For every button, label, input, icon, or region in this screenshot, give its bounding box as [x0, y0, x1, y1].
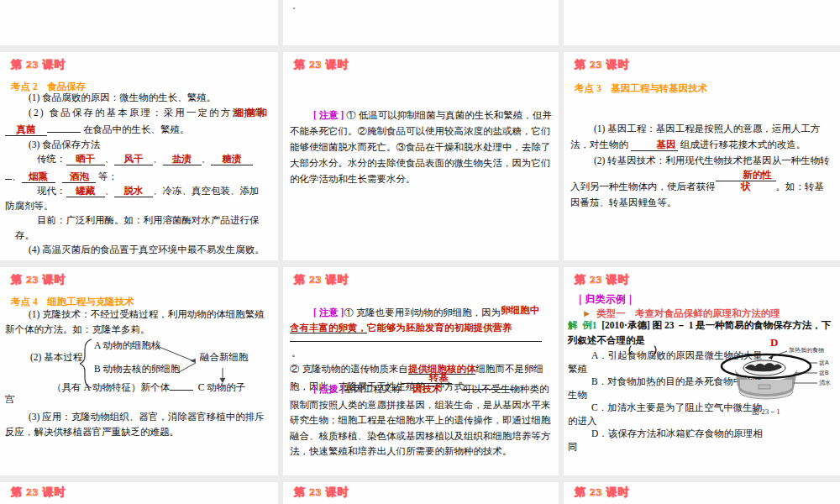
slide-bottom-right[interactable]: 第 23 课时 — [564, 482, 840, 504]
fill-in-answer: 烟熏 — [22, 171, 55, 183]
slide-example-1[interactable]: 第 23 课时 ｜归类示例｜ ► 类型一 考查对食品保鲜的原理和方法的理 解 例… — [564, 267, 840, 475]
slide-header: 第 23 课时 — [575, 272, 630, 287]
section-title: 考点 3 基因工程与转基因技术 — [575, 82, 707, 95]
slide-header: 第 23 课时 — [294, 485, 349, 500]
slide-bottom-middle[interactable]: 第 23 课时 — [283, 482, 559, 504]
text-line: 防腐剂等。 — [5, 199, 274, 214]
fill-in-answer: 新的性状 — [716, 169, 776, 181]
label-water: 清水 — [819, 379, 831, 387]
slide-food-preservation[interactable]: 第 23 课时 考点 2 食品保存 (1) 食品腐败的原因：微生物的生长、繁殖。… — [0, 52, 278, 260]
blank-line — [290, 329, 542, 342]
slide-notice-food[interactable]: 第 23 课时 [ 注意 ] ① 低温可以抑制细菌与真菌的生长和繁殖，但并不能杀… — [283, 52, 559, 260]
text-line: 真菌 在食品中的生长、繁殖。 — [5, 120, 274, 138]
jie-wrap: 解 — [568, 320, 578, 330]
slide-header: 第 23 课时 — [11, 485, 66, 500]
fill-in-overlap: 法抑制细菌和 — [232, 106, 266, 121]
figure-23-1: D 加热后的食物 盆A 盆B 清水 图 23－1 — [720, 348, 840, 423]
fill-in-answer: 罐藏 — [66, 185, 105, 197]
label-heated-food: 加热后的食物 — [789, 346, 824, 354]
text-line: 目前：广泛利用酶。如：利用溶菌酶对水产品进行保 — [5, 213, 274, 228]
question-block: 解 例1 [2010·承德] 图 23 － 1 是一种简易的食物保存方法，下列叙… — [568, 318, 835, 348]
text-line: 存。 — [5, 228, 274, 244]
handout-page: 。 第 23 课时 考点 2 食品保存 (1) 食品腐败的原因：微生物的生长、繁… — [0, 0, 840, 504]
notice-text: ① 低温可以抑制细菌与真菌的生长和繁殖，但并不能杀死它们。②腌制食品可以使用较高… — [290, 110, 552, 184]
paragraph: (2) 转基因技术：利用现代生物技术把基因从一种生物转入到另一种生物体内，使后者… — [570, 153, 832, 211]
text-line: 传统：晒干、风干、盐渍、糖渍 — [5, 152, 274, 167]
fill-in-answer: 脱水 — [114, 185, 153, 197]
text-line: (3) 食品保存方法 — [5, 138, 274, 153]
text-line: (1) 食品腐败的原因：微生物的生长、繁殖。 — [5, 91, 274, 106]
text-line: (4) 高温灭菌后的食品置于真空环境中最不易发生腐败。 — [5, 243, 274, 258]
slide-gene-engineering[interactable]: 第 23 课时 考点 3 基因工程与转基因技术 (1) 基因工程：基因工程是按照… — [564, 52, 840, 260]
section-guilei: ｜归类示例｜ — [575, 292, 636, 307]
text-line: (2) 食品保存的基本原理：采用一定的方法抑制细菌和 — [5, 106, 274, 121]
paragraph: (1) 克隆技术：不经过受精过程，利用动物的体细胞繁殖新个体的方法。如：克隆羊多… — [5, 307, 272, 337]
fill-in-answer: 风干 — [114, 153, 153, 165]
slide-header: 第 23 课时 — [11, 57, 66, 72]
blank-line — [5, 167, 12, 180]
fill-in-answer: 盐渍 — [163, 153, 202, 165]
figure-d-mark: D — [770, 336, 778, 349]
dianbo-paragraph: [ 点拨 ]基因工程又称转基因技术，可以不受生物种类的限制而按照人类的意愿拼接基… — [290, 371, 554, 459]
slide-top-right[interactable] — [564, 0, 840, 45]
slide-bottom-left[interactable]: 第 23 课时 — [0, 482, 278, 504]
fill-in-answer: 酒泡 — [62, 171, 96, 183]
stray-period: 。 — [292, 0, 301, 12]
notice-line-3: 。 — [291, 346, 302, 361]
paragraph: (1) 基因工程：基因工程是按照人的意愿，运用人工方法，对生物的 基因 组成进行… — [570, 121, 832, 153]
slide-notice-cloning[interactable]: 第 23 课时 [ 注意 ]① 克隆也要用到动物的卵细胞，因为卵细胞中 含有丰富… — [283, 267, 559, 475]
label-basin-a: 盆A — [819, 359, 829, 367]
notice-line-1: [ 注意 ]① 克隆也要用到动物的卵细胞，因为卵细胞中 — [290, 306, 554, 321]
question-text: [2010·承德] 图 23 － 1 是一种简易的食物保存方法，下列叙述不合理的… — [568, 320, 831, 345]
fill-in-answer: 糖渍 — [211, 153, 253, 165]
slide-header: 第 23 课时 — [294, 57, 349, 72]
figure-caption: 图 23－1 — [752, 407, 780, 417]
option-d: D．该保存方法和冰箱贮存食物的原理相同 — [568, 428, 763, 454]
slide-top-left[interactable] — [0, 0, 278, 45]
diagram-label: (2) 基本过程 — [30, 351, 82, 364]
slide-header: 第 23 课时 — [11, 272, 66, 287]
notice-label: [ 注意 ] — [313, 307, 344, 318]
text-line: 现代：罐藏、脱水、冷冻、真空包装、添加 — [5, 184, 274, 199]
fill-in-answer: 基因 — [631, 139, 678, 151]
fill-in-answer: 晒干 — [66, 153, 105, 165]
diagram-new-individual: （具有 A 动物特征）新个体 C 动物的子 — [52, 378, 245, 394]
paragraph: (3) 应用：克隆动物组织、器官，消除器官移植中的排斥反应，解决供移植器官严重缺… — [5, 410, 272, 439]
diagram-uterus-wrap: 宫 — [5, 393, 15, 406]
example-label: 例1 — [582, 320, 596, 330]
label-basin-b: 盆B — [819, 369, 829, 377]
slide-cell-engineering[interactable]: 第 23 课时 考点 4 细胞工程与克隆技术 (1) 克隆技术：不经过受精过程，… — [0, 267, 278, 475]
dianbo-label: [ 点拨 ] — [313, 384, 344, 394]
fill-in-answer: 转基因技术 — [402, 371, 452, 384]
fill-in-answer: 真菌 — [5, 123, 47, 136]
basin-illustration — [720, 348, 840, 408]
blank-line — [170, 378, 193, 391]
text-line: 、烟熏 酒泡 等； — [5, 167, 274, 185]
slide-header: 第 23 课时 — [575, 57, 630, 72]
slide-top-middle[interactable]: 。 — [283, 0, 559, 45]
slide-header: 第 23 课时 — [575, 485, 630, 500]
section-title: 考点 4 细胞工程与克隆技术 — [11, 296, 134, 308]
blank-line — [47, 120, 81, 133]
slide-header: 第 23 课时 — [294, 272, 349, 287]
notice-label: [ 注意 ] — [313, 110, 344, 120]
